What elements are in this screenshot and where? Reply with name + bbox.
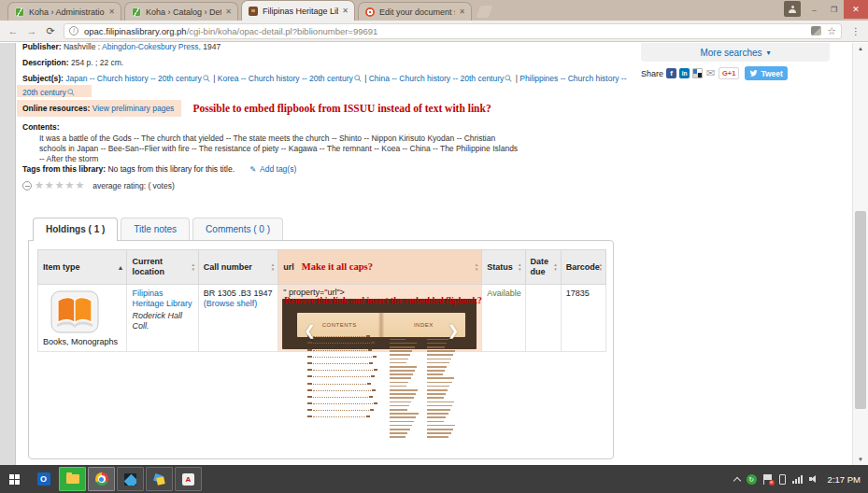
index-line [427, 393, 446, 395]
book-icon [50, 290, 99, 333]
add-tags-link[interactable]: Add tag(s) [260, 164, 296, 174]
profile-button[interactable] [784, 1, 801, 17]
site-info-icon[interactable]: i [69, 26, 78, 35]
search-icon[interactable] [505, 73, 512, 86]
index-line [427, 389, 448, 391]
sort-icon[interactable]: ▲▼ [475, 263, 478, 272]
scroll-up-icon[interactable]: ▲ [853, 46, 868, 51]
delicious-icon[interactable] [692, 68, 703, 78]
network-icon[interactable] [792, 474, 803, 484]
taskbar-chrome[interactable] [88, 467, 115, 491]
flipbook-embed[interactable]: CONTENTS INDEX [282, 299, 477, 349]
scrollbar-thumb[interactable] [855, 211, 866, 409]
taskbar-outlook[interactable]: O [29, 465, 58, 493]
browser-tab[interactable]: Edit your document sett✕ [358, 2, 472, 21]
facebook-icon[interactable]: f [666, 68, 676, 78]
publisher-link[interactable]: Abingdon-Cokesbury Press, [102, 43, 201, 51]
column-header-barcode[interactable]: Barcode▲▼ [561, 250, 605, 285]
browse-shelf-link[interactable]: (Browse shelf) [204, 299, 273, 309]
new-tab-button[interactable] [477, 6, 493, 18]
tab-title-notes[interactable]: Title notes [121, 218, 190, 240]
column-header-current-location[interactable]: Current location▲▼ [127, 250, 198, 285]
index-line [427, 409, 450, 411]
tab-comments[interactable]: Comments ( 0 ) [192, 218, 283, 240]
index-line [390, 346, 414, 348]
address-bar: ← → ⟳ i opac.filipinaslibrary.org.ph /cg… [0, 21, 868, 42]
linkedin-icon[interactable]: in [679, 68, 690, 78]
browser-tab[interactable]: Koha › Catalog › Details✕ [124, 2, 238, 21]
refresh-button[interactable]: ⟳ [43, 25, 58, 37]
volume-icon[interactable] [809, 474, 819, 484]
next-page-chevron[interactable]: ❯ [448, 323, 460, 337]
sort-icon[interactable]: ▲▼ [271, 263, 275, 272]
extension-icon[interactable] [811, 26, 821, 35]
tab-close-icon[interactable]: ✕ [225, 8, 232, 16]
google-plus-button[interactable]: G+1 [719, 67, 739, 79]
subject-link[interactable]: China -- Church history -- 20th century [369, 74, 505, 83]
page-fold [378, 313, 385, 337]
tray-expand-icon[interactable] [733, 476, 740, 484]
subject-link[interactable]: Korea -- Church history -- 20th century [218, 74, 353, 83]
browser-tab[interactable]: Koha › Administration › I✕ [7, 2, 121, 21]
device-tray-icon[interactable] [779, 474, 786, 485]
back-button[interactable]: ← [6, 25, 21, 36]
rating-stars[interactable]: ★★★★★ [35, 180, 85, 190]
location-link[interactable]: Filipinas Heritage Library [132, 289, 192, 309]
taskbar-acrobat[interactable]: A [175, 467, 202, 491]
date-due-cell [525, 285, 561, 352]
forward-button[interactable]: → [24, 25, 39, 36]
start-button[interactable] [0, 465, 29, 493]
sort-icon[interactable]: ▲▼ [553, 263, 557, 272]
scroll-down-icon[interactable]: ▼ [853, 457, 868, 462]
sort-icon[interactable]: ▲ [118, 264, 124, 271]
holdings-tabs: Holdings ( 1 )Title notesComments ( 0 ) [28, 217, 614, 240]
email-icon[interactable]: ✉ [705, 68, 716, 78]
tab-close-icon[interactable]: ✕ [459, 8, 465, 16]
minimize-button[interactable]: – [804, 0, 824, 19]
window-controls: – ❐ ✕ [784, 0, 868, 19]
subject-link[interactable]: Japan -- Church history -- 20th century [65, 74, 202, 83]
subjects-line: Subject(s): Japan -- Church history -- 2… [22, 72, 632, 100]
tweet-button[interactable]: Tweet [745, 66, 787, 80]
url-box[interactable]: i opac.filipinaslibrary.org.ph /cgi-bin/… [64, 23, 842, 39]
taskbar: O A ↻ ✕ 2:17 PM [0, 465, 868, 493]
sort-icon[interactable]: ▲▼ [518, 263, 521, 272]
sort-icon[interactable]: ▲▼ [191, 263, 194, 272]
tab-close-icon[interactable]: ✕ [108, 8, 115, 16]
description-label: Description: [22, 58, 69, 67]
scrollbar[interactable]: ▲ ▼ [852, 43, 868, 465]
preliminary-pages-link[interactable]: View preliminary pages [92, 104, 175, 113]
column-header-call-number[interactable]: Call number▲▼ [198, 250, 277, 285]
restore-button[interactable]: ❐ [824, 0, 844, 19]
taskbar-file-explorer[interactable] [59, 467, 86, 491]
browser-tab[interactable]: Filipinas Heritage Library✕ [241, 0, 355, 21]
column-header-status[interactable]: Status▲▼ [482, 250, 525, 285]
more-searches-button[interactable]: More searches ▾ [641, 43, 830, 62]
bookmark-star-icon[interactable]: ☆ [827, 25, 836, 37]
action-center-icon[interactable]: ✕ [763, 474, 773, 485]
index-line [390, 350, 412, 352]
antivirus-tray-icon[interactable]: ↻ [747, 474, 757, 485]
sort-icon[interactable]: ▲▼ [599, 263, 603, 272]
publisher-place: Nashville : [64, 43, 100, 51]
taskbar-clock[interactable]: 2:17 PM [828, 474, 861, 485]
column-header-date-due[interactable]: Date due▲▼ [525, 250, 561, 285]
publisher-line: Publisher: Nashville : Abingdon-Cokesbur… [22, 43, 221, 53]
search-icon[interactable] [354, 73, 362, 86]
previous-page-chevron[interactable]: ❮ [304, 323, 316, 337]
koha-favicon [132, 7, 141, 17]
close-button[interactable]: ✕ [844, 0, 868, 19]
taskbar-app-pages[interactable] [146, 467, 173, 491]
search-icon[interactable] [203, 73, 210, 86]
contents-line: schools in Japan -- Bee-San--Flier with … [39, 144, 518, 154]
tab-holdings[interactable]: Holdings ( 1 ) [33, 218, 118, 241]
tab-close-icon[interactable]: ✕ [342, 7, 349, 15]
browser-menu-icon[interactable]: ⋮ [849, 26, 862, 36]
online-resources-label: Online resources: [22, 104, 90, 113]
search-icon[interactable] [67, 87, 75, 100]
taskbar-app-blue[interactable] [117, 467, 144, 491]
index-line [427, 401, 454, 403]
cancel-rating-icon[interactable] [22, 181, 32, 190]
column-header-item-type[interactable]: Item type▲ [38, 250, 127, 285]
column-header-url[interactable]: urlMake it all caps?▲▼ [278, 250, 482, 285]
